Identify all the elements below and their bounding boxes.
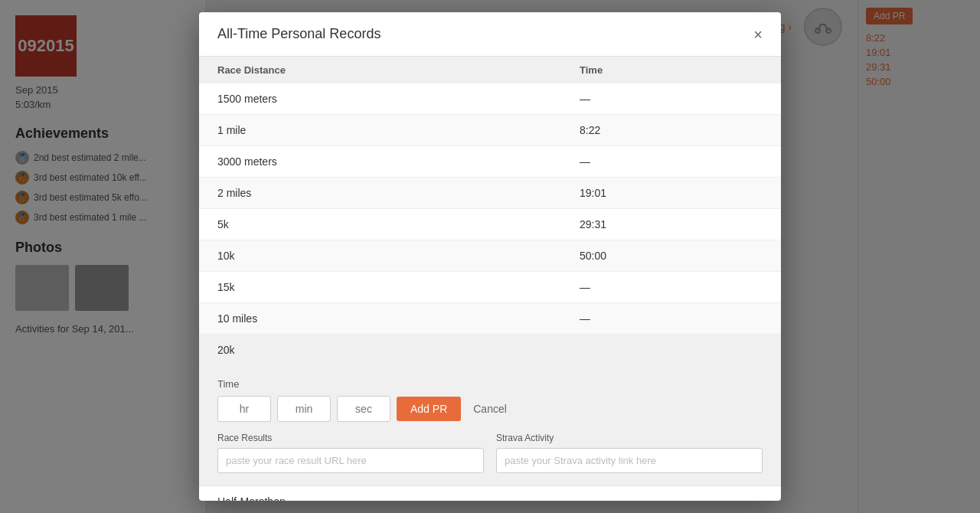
- race-results-input[interactable]: [217, 448, 484, 473]
- table-row: 3000 meters —: [199, 146, 781, 178]
- inline-pr-form: Time Add PR Cancel Race Results: [199, 366, 781, 485]
- cell-distance-7: 10 miles: [199, 303, 561, 335]
- expanded-table: 20k: [199, 335, 781, 366]
- table-header-row: Race Distance Time: [199, 57, 781, 83]
- table-row: Half-Marathon —: [199, 486, 781, 501]
- table-row: 10k 50:00: [199, 240, 781, 272]
- cell-time-1: 8:22: [561, 115, 781, 146]
- table-row: 2 miles 19:01: [199, 178, 781, 209]
- expanded-20k-row: 20k: [199, 335, 781, 366]
- modal-title: All-Time Personal Records: [217, 26, 381, 42]
- cell-distance-6: 15k: [199, 272, 561, 303]
- close-button[interactable]: ×: [753, 27, 763, 42]
- modal-header: All-Time Personal Records ×: [199, 12, 781, 57]
- strava-input[interactable]: [496, 448, 763, 473]
- cell-time-6: —: [561, 272, 781, 303]
- table-row: 5k 29:31: [199, 209, 781, 240]
- pr-table: Race Distance Time 1500 meters — 1 mile …: [199, 57, 781, 335]
- cell-distance-4: 5k: [199, 209, 561, 240]
- modal-overlay: All-Time Personal Records × Race Distanc…: [0, 0, 980, 513]
- time-20k: [490, 335, 781, 366]
- cell-distance-5: 10k: [199, 240, 561, 272]
- cell-distance-1: 1 mile: [199, 115, 561, 146]
- table-row: 1 mile 8:22: [199, 115, 781, 146]
- expanded-distance-row: 20k Time Add PR Cancel: [199, 335, 781, 486]
- minute-input[interactable]: [277, 396, 331, 422]
- cell-time-7: —: [561, 303, 781, 335]
- cell-time-5: 50:00: [561, 240, 781, 272]
- modal-body: Race Distance Time 1500 meters — 1 mile …: [199, 57, 781, 501]
- cell-distance-after-0: Half-Marathon: [199, 486, 599, 501]
- race-results-label: Race Results: [217, 433, 484, 443]
- cell-time-2: —: [561, 146, 781, 178]
- url-inputs-row: Race Results Strava Activity: [217, 433, 763, 473]
- cancel-button[interactable]: Cancel: [473, 403, 507, 415]
- strava-field: Strava Activity: [496, 433, 763, 473]
- cell-time-4: 29:31: [561, 209, 781, 240]
- table-row: 10 miles —: [199, 303, 781, 335]
- cell-distance-3: 2 miles: [199, 178, 561, 209]
- modal-dialog: All-Time Personal Records × Race Distanc…: [199, 12, 781, 501]
- cell-time-3: 19:01: [561, 178, 781, 209]
- cell-distance-2: 3000 meters: [199, 146, 561, 178]
- time-form-label: Time: [217, 378, 763, 390]
- table-row: 1500 meters —: [199, 83, 781, 115]
- col-header-distance: Race Distance: [199, 57, 561, 83]
- table-row: 15k —: [199, 272, 781, 303]
- second-input[interactable]: [337, 396, 390, 422]
- cell-time-after-0: —: [599, 486, 781, 501]
- strava-label: Strava Activity: [496, 433, 763, 443]
- col-header-time: Time: [561, 57, 781, 83]
- cell-time-0: —: [561, 83, 781, 115]
- distance-20k: 20k: [199, 335, 490, 366]
- race-results-field: Race Results: [217, 433, 484, 473]
- pr-table-after: Half-Marathon — 30k — Marathon — 50k — 5…: [199, 486, 781, 501]
- cell-distance-0: 1500 meters: [199, 83, 561, 115]
- time-inputs-row: Add PR Cancel: [217, 396, 763, 422]
- add-pr-submit-button[interactable]: Add PR: [397, 397, 461, 421]
- hour-input[interactable]: [217, 396, 271, 422]
